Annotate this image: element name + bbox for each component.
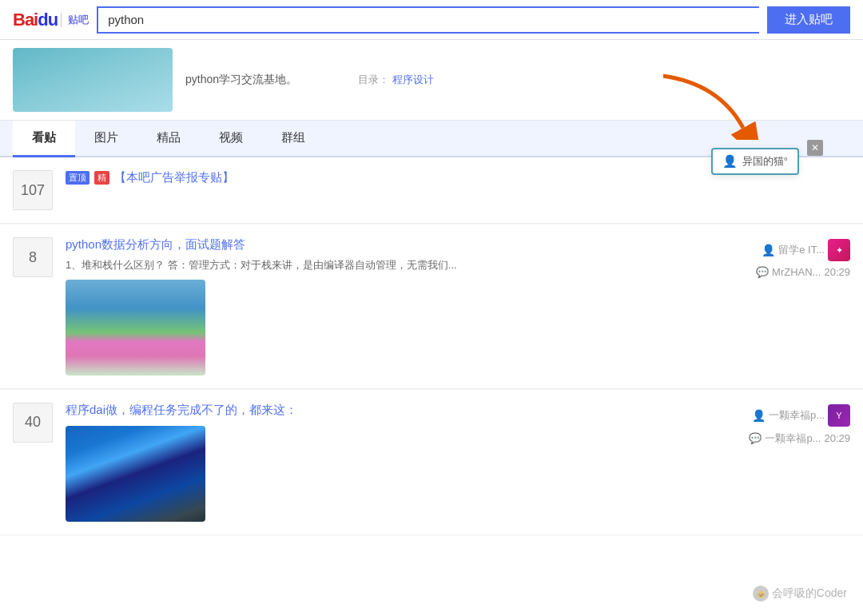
comment-icon: 💬 [756, 266, 769, 278]
post-title-link[interactable]: 【本吧广告举报专贴】 [114, 170, 234, 185]
logo-area: Baidu 贴吧 [13, 10, 89, 30]
post-thumb-image [66, 426, 205, 522]
post-excerpt: 1、堆和栈什么区别？ 答：管理方式：对于栈来讲，是由编译器自动管理，无需我们..… [66, 257, 706, 273]
post-title-link[interactable]: python数据分析方向，面试题解答 [66, 237, 245, 252]
post-time: 20:29 [824, 432, 850, 444]
user-badge-popup: 👤 异国的猫° [711, 148, 799, 175]
tag-jing: 精 [94, 171, 109, 185]
watermark-icon: 🐱 [753, 586, 769, 602]
watermark: 🐱 会呼吸的Coder [753, 586, 847, 602]
post-title-link[interactable]: 程序dai做，编程任务完成不了的，都来这： [66, 403, 297, 418]
reply-count: 40 [13, 403, 53, 443]
reply-count: 107 [13, 170, 53, 210]
post-title-row: python数据分析方向，面试题解答 [66, 237, 706, 252]
post-thumbnail [66, 280, 205, 376]
tag-zhiding: 置顶 [66, 171, 89, 185]
content-area: 107 置顶 精 【本吧广告举报专贴】 8 python数据分析方向，面试题解答… [0, 157, 863, 535]
author-name: 留学e IT... [778, 243, 825, 257]
post-item: 40 程序dai做，编程任务完成不了的，都来这： 👤 一颗幸福p... Y 💬 … [0, 390, 863, 535]
reply-count: 8 [13, 237, 53, 277]
post-author: 👤 一颗幸福p... Y [752, 404, 850, 427]
person-icon: 👤 [762, 244, 775, 256]
user-badge-name: 异国的猫° [742, 154, 788, 169]
post-comment-author: 💬 一颗幸福p... 20:29 [749, 431, 850, 446]
tab-qunzu[interactable]: 群组 [262, 121, 324, 157]
post-item: 8 python数据分析方向，面试题解答 1、堆和栈什么区别？ 答：管理方式：对… [0, 225, 863, 389]
tieba-logo: 贴吧 [61, 13, 89, 27]
banner-category: 目录： 程序设计 [358, 73, 434, 87]
post-meta: 👤 留学e IT... ✦ 💬 MrZHAN... 20:29 [706, 237, 850, 376]
page-wrapper: Baidu 贴吧 进入贴吧 python学习交流基地。 目录： 程序设计 看贴 … [0, 0, 863, 616]
banner-thumbnail [13, 48, 173, 112]
post-thumbnail [66, 426, 205, 522]
comment-icon: 💬 [749, 432, 762, 444]
post-meta [706, 170, 850, 210]
category-link[interactable]: 程序设计 [392, 74, 434, 85]
tab-tupian[interactable]: 图片 [75, 121, 137, 157]
comment-author-name: 一颗幸福p... [765, 431, 821, 446]
post-main: python数据分析方向，面试题解答 1、堆和栈什么区别？ 答：管理方式：对于栈… [66, 237, 706, 376]
author-avatar: ✦ [828, 239, 850, 261]
post-meta: 👤 一颗幸福p... Y 💬 一颗幸福p... 20:29 [706, 403, 850, 522]
post-time: 20:29 [824, 266, 850, 278]
tab-shipin[interactable]: 视频 [200, 121, 262, 157]
banner-description: python学习交流基地。 [185, 73, 297, 87]
search-button[interactable]: 进入贴吧 [767, 6, 850, 34]
post-thumb-image [66, 280, 205, 376]
comment-author-name: MrZHAN... [772, 266, 821, 278]
banner-area: python学习交流基地。 目录： 程序设计 [0, 40, 863, 121]
post-title-row: 置顶 精 【本吧广告举报专贴】 [66, 170, 706, 185]
author-name: 一颗幸福p... [769, 408, 825, 423]
user-badge-person-icon: 👤 [722, 154, 738, 169]
close-button[interactable]: ✕ [807, 140, 823, 156]
watermark-text: 会呼吸的Coder [772, 586, 847, 601]
header: Baidu 贴吧 进入贴吧 [0, 0, 863, 40]
post-title-row: 程序dai做，编程任务完成不了的，都来这： [66, 403, 706, 418]
author-avatar: Y [828, 404, 850, 427]
tab-kantie[interactable]: 看贴 [13, 121, 75, 157]
baidu-logo: Baidu [13, 10, 58, 30]
tab-jingpin[interactable]: 精品 [137, 121, 200, 157]
post-author: 👤 留学e IT... ✦ [762, 239, 850, 261]
post-comment-author: 💬 MrZHAN... 20:29 [756, 266, 850, 278]
person-icon: 👤 [752, 409, 766, 422]
post-main: 置顶 精 【本吧广告举报专贴】 [66, 170, 706, 210]
post-main: 程序dai做，编程任务完成不了的，都来这： [66, 403, 706, 522]
search-input[interactable] [97, 6, 759, 34]
